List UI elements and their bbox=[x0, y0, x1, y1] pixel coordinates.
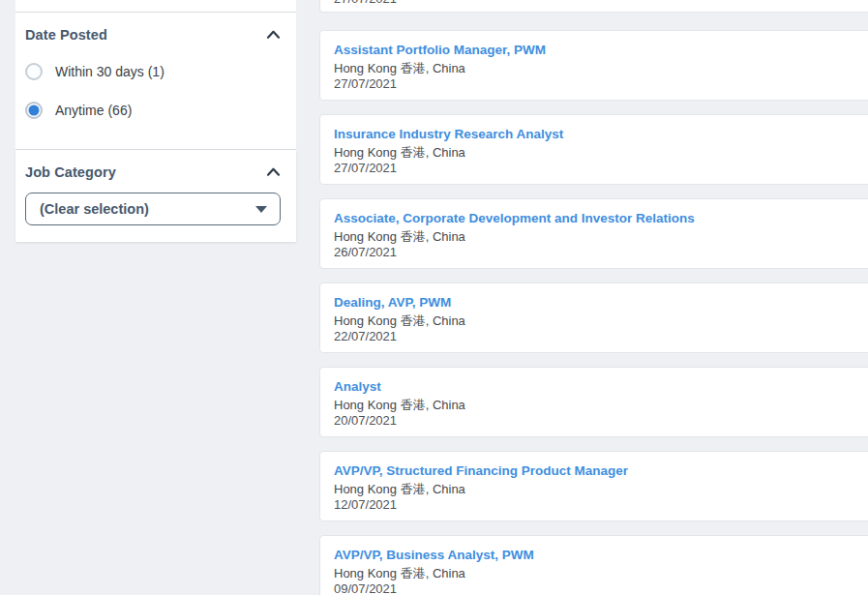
job-card-clipped[interactable]: 27/07/2021 bbox=[319, 0, 868, 13]
job-card[interactable]: Dealing, AVP, PWM Hong Kong 香港, China 22… bbox=[319, 283, 868, 353]
job-card[interactable]: Associate, Corporate Development and Inv… bbox=[319, 198, 868, 269]
filter-header-date-posted[interactable]: Date Posted bbox=[25, 26, 281, 43]
job-posted-date: 27/07/2021 bbox=[334, 76, 863, 91]
job-location: Hong Kong 香港, China bbox=[334, 313, 863, 328]
filter-section-date-posted: Date Posted Within 30 days (1) Anytime (… bbox=[15, 13, 296, 150]
job-location: Hong Kong 香港, China bbox=[334, 398, 863, 412]
radio-label: Anytime (66) bbox=[55, 103, 132, 118]
job-card[interactable]: AVP/VP, Structured Financing Product Man… bbox=[319, 451, 868, 521]
job-card[interactable]: Analyst Hong Kong 香港, China 20/07/2021 bbox=[319, 367, 868, 437]
job-location: Hong Kong 香港, China bbox=[334, 229, 863, 244]
caret-down-icon bbox=[255, 206, 267, 213]
filter-title-job-category: Job Category bbox=[25, 164, 116, 180]
job-posted-date: 26/07/2021 bbox=[334, 245, 863, 259]
job-location: Hong Kong 香港, China bbox=[334, 145, 863, 160]
job-results-list: 27/07/2021 Assistant Portfolio Manager, … bbox=[319, 0, 868, 595]
job-title-link[interactable]: AVP/VP, Business Analyst, PWM bbox=[334, 547, 534, 563]
filter-section-job-category: Job Category (Clear selection) bbox=[15, 150, 296, 242]
filter-title-date-posted: Date Posted bbox=[25, 27, 107, 43]
radio-button-icon[interactable] bbox=[25, 63, 43, 80]
job-posted-date: 12/07/2021 bbox=[334, 497, 863, 512]
job-location: Hong Kong 香港, China bbox=[334, 482, 863, 496]
job-card[interactable]: Assistant Portfolio Manager, PWM Hong Ko… bbox=[319, 30, 868, 101]
filters-sidebar: Date Posted Within 30 days (1) Anytime (… bbox=[15, 0, 296, 242]
job-title-link[interactable]: Insurance Industry Research Analyst bbox=[334, 126, 563, 142]
radio-label: Within 30 days (1) bbox=[55, 64, 165, 79]
job-card[interactable]: AVP/VP, Business Analyst, PWM Hong Kong … bbox=[319, 535, 868, 595]
chevron-up-icon[interactable] bbox=[266, 166, 281, 177]
job-title-link[interactable]: Assistant Portfolio Manager, PWM bbox=[334, 42, 546, 58]
date-posted-options: Within 30 days (1) Anytime (66) bbox=[25, 63, 281, 119]
job-card[interactable]: Insurance Industry Research Analyst Hong… bbox=[319, 114, 868, 185]
job-posted-date: 09/07/2021 bbox=[334, 581, 863, 595]
job-posted-date: 22/07/2021 bbox=[334, 329, 863, 343]
job-title-link[interactable]: Associate, Corporate Development and Inv… bbox=[334, 210, 695, 226]
job-title-link[interactable]: Dealing, AVP, PWM bbox=[334, 294, 451, 311]
job-title-link[interactable]: Analyst bbox=[334, 378, 381, 395]
chevron-up-icon[interactable] bbox=[266, 29, 281, 40]
job-title-link[interactable]: AVP/VP, Structured Financing Product Man… bbox=[334, 462, 628, 479]
job-posted-date: 20/07/2021 bbox=[334, 413, 863, 428]
job-location: Hong Kong 香港, China bbox=[334, 61, 863, 75]
filter-header-job-category[interactable]: Job Category bbox=[25, 164, 281, 180]
job-category-dropdown[interactable]: (Clear selection) bbox=[25, 193, 281, 225]
job-posted-date: 27/07/2021 bbox=[334, 161, 863, 175]
radio-within-30-days[interactable]: Within 30 days (1) bbox=[25, 63, 281, 80]
radio-anytime[interactable]: Anytime (66) bbox=[25, 102, 281, 119]
job-posted-date: 27/07/2021 bbox=[334, 0, 397, 6]
dropdown-selected-value: (Clear selection) bbox=[40, 201, 149, 217]
job-location: Hong Kong 香港, China bbox=[334, 566, 863, 580]
radio-button-icon[interactable] bbox=[25, 102, 43, 119]
filter-panel-partial bbox=[15, 0, 296, 13]
